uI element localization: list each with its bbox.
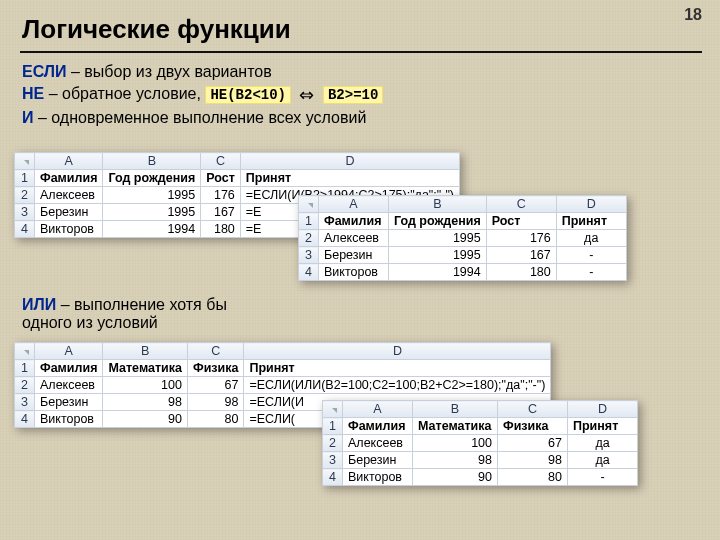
cell: =ЕСЛИ(ИЛИ(B2=100;C2=100;B2+C2>=180);"да"… [244, 377, 551, 394]
cell: Математика [413, 418, 498, 435]
cell: Викторов [343, 469, 413, 486]
cell: 1995 [103, 204, 201, 221]
cell: Березин [35, 204, 103, 221]
cell: Принят [240, 170, 459, 187]
cell: Фамилия [35, 170, 103, 187]
row-1: 1 [323, 418, 343, 435]
cell: Математика [103, 360, 187, 377]
cell: Алексеев [319, 230, 389, 247]
corner [299, 196, 319, 213]
cell: Алексеев [343, 435, 413, 452]
cell: Березин [343, 452, 413, 469]
cell: Березин [35, 394, 103, 411]
row-4: 4 [323, 469, 343, 486]
cell: Физика [498, 418, 568, 435]
col-B: B [413, 401, 498, 418]
col-C: C [201, 153, 241, 170]
ili-rest1: – выполнение хотя бы [56, 296, 227, 313]
row-4: 4 [299, 264, 319, 281]
cell: 80 [187, 411, 243, 428]
col-D: D [556, 196, 626, 213]
cell: Год рождения [103, 170, 201, 187]
col-A: A [35, 343, 103, 360]
corner [323, 401, 343, 418]
row-1: 1 [15, 360, 35, 377]
cell: Алексеев [35, 377, 103, 394]
cell: 98 [103, 394, 187, 411]
cell: Принят [556, 213, 626, 230]
row-4: 4 [15, 411, 35, 428]
cell: Год рождения [389, 213, 487, 230]
row-2: 2 [299, 230, 319, 247]
iff-arrow: ⇔ [295, 85, 318, 105]
col-B: B [103, 343, 187, 360]
cell: да [556, 230, 626, 247]
cell: Фамилия [343, 418, 413, 435]
cell: 90 [103, 411, 187, 428]
cell: да [568, 452, 638, 469]
table-ili-result: A B C D 1 Фамилия Математика Физика Прин… [322, 400, 638, 486]
line1-rest: – выбор из двух вариантов [67, 63, 272, 80]
cell: 100 [413, 435, 498, 452]
cell: Рост [201, 170, 241, 187]
cell: 67 [498, 435, 568, 452]
cell: Викторов [35, 411, 103, 428]
corner [15, 343, 35, 360]
col-C: C [486, 196, 556, 213]
row-2: 2 [323, 435, 343, 452]
cell: 98 [413, 452, 498, 469]
col-B: B [103, 153, 201, 170]
code-ne: НЕ(B2<10) [205, 86, 291, 104]
cell: Принят [244, 360, 551, 377]
row-4: 4 [15, 221, 35, 238]
col-A: A [343, 401, 413, 418]
cell: 67 [187, 377, 243, 394]
line3-rest: – одновременное выполнение всех условий [34, 109, 367, 126]
row-3: 3 [15, 394, 35, 411]
cell: Фамилия [319, 213, 389, 230]
cell: 176 [486, 230, 556, 247]
col-D: D [240, 153, 459, 170]
cell: 180 [486, 264, 556, 281]
table-i-result: A B C D 1 Фамилия Год рождения Рост Прин… [298, 195, 627, 281]
col-D: D [244, 343, 551, 360]
intro-text: ЕСЛИ – выбор из двух вариантов НЕ – обра… [0, 61, 720, 128]
cell: 180 [201, 221, 241, 238]
col-A: A [319, 196, 389, 213]
page-number: 18 [684, 6, 702, 24]
kw-i: И [22, 109, 34, 126]
col-C: C [187, 343, 243, 360]
cell: 176 [201, 187, 241, 204]
cell: 100 [103, 377, 187, 394]
cell: Викторов [35, 221, 103, 238]
row-2: 2 [15, 187, 35, 204]
cell: 1995 [389, 247, 487, 264]
cell: 1994 [389, 264, 487, 281]
ili-rest2: одного из условий [22, 314, 227, 332]
cell: 98 [187, 394, 243, 411]
cell: Физика [187, 360, 243, 377]
row-3: 3 [15, 204, 35, 221]
row-3: 3 [323, 452, 343, 469]
cell: 1995 [389, 230, 487, 247]
kw-ili: ИЛИ [22, 296, 56, 313]
row-1: 1 [15, 170, 35, 187]
cell: - [556, 247, 626, 264]
col-B: B [389, 196, 487, 213]
cell: 98 [498, 452, 568, 469]
cell: Березин [319, 247, 389, 264]
col-A: A [35, 153, 103, 170]
code-b2: B2>=10 [323, 86, 383, 104]
kw-ne: НЕ [22, 85, 44, 102]
line2-rest: – обратное условие, [44, 85, 205, 102]
cell: Рост [486, 213, 556, 230]
col-C: C [498, 401, 568, 418]
cell: 167 [201, 204, 241, 221]
cell: Алексеев [35, 187, 103, 204]
cell: 90 [413, 469, 498, 486]
cell: да [568, 435, 638, 452]
cell: - [568, 469, 638, 486]
ili-block: ИЛИ – выполнение хотя бы одного из услов… [22, 296, 227, 332]
cell: 1994 [103, 221, 201, 238]
col-D: D [568, 401, 638, 418]
